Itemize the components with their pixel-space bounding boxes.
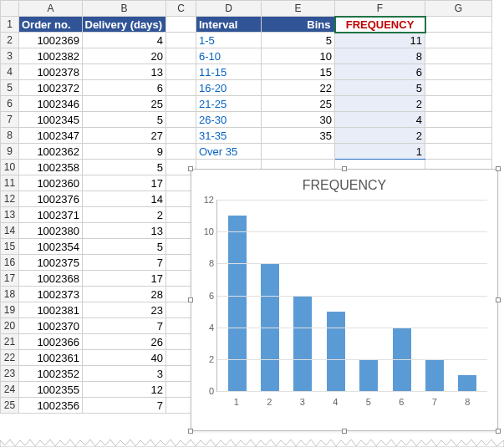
plot-area[interactable]: 024681012 — [216, 200, 487, 392]
cell[interactable]: 20 — [83, 48, 166, 64]
cell[interactable]: Delivery (days) — [83, 17, 166, 33]
row-hdr[interactable]: 17 — [1, 271, 19, 287]
cell[interactable]: 6 — [335, 64, 425, 80]
cell[interactable]: 1002356 — [19, 398, 83, 414]
cell[interactable]: 9 — [83, 144, 166, 160]
cell[interactable]: 1002346 — [19, 96, 83, 112]
cell[interactable] — [425, 128, 492, 144]
select-all-corner[interactable] — [1, 1, 19, 17]
cell[interactable]: 35 — [262, 128, 335, 144]
cell[interactable]: 21-25 — [196, 96, 262, 112]
row-hdr[interactable]: 19 — [1, 302, 19, 318]
cell[interactable]: 1002362 — [19, 144, 83, 160]
row[interactable]: 1Order no.Delivery (days)IntervalBinsFRE… — [1, 17, 492, 33]
cell[interactable]: 1002381 — [19, 302, 83, 318]
cell[interactable]: 31-35 — [196, 128, 262, 144]
cell[interactable]: 25 — [83, 96, 166, 112]
cell[interactable]: 1002376 — [19, 191, 83, 207]
cell[interactable]: 25 — [262, 96, 335, 112]
col-hdr-A[interactable]: A — [19, 1, 83, 17]
cell[interactable] — [425, 33, 492, 48]
cell[interactable]: 8 — [335, 48, 425, 64]
cell[interactable]: 23 — [83, 302, 166, 318]
cell[interactable]: 2 — [335, 128, 425, 144]
cell[interactable]: 7 — [83, 398, 166, 414]
cell[interactable]: 10 — [262, 48, 335, 64]
row-hdr[interactable]: 10 — [1, 160, 19, 175]
cell[interactable]: 1002361 — [19, 350, 83, 366]
cell[interactable] — [166, 80, 196, 96]
row[interactable]: 51002372616-20225 — [1, 80, 492, 96]
cell[interactable]: 5 — [83, 160, 166, 175]
cell[interactable]: 1002360 — [19, 175, 83, 191]
cell[interactable]: 1002355 — [19, 382, 83, 398]
cell[interactable] — [166, 33, 196, 48]
row[interactable]: 810023472731-35352 — [1, 128, 492, 144]
row-hdr[interactable]: 13 — [1, 207, 19, 223]
row[interactable]: 610023462521-25252 — [1, 96, 492, 112]
cell[interactable]: 5 — [83, 112, 166, 128]
cell[interactable] — [166, 64, 196, 80]
row-hdr[interactable]: 6 — [1, 96, 19, 112]
cell[interactable]: 11 — [335, 33, 425, 48]
cell[interactable]: 22 — [262, 80, 335, 96]
cell[interactable]: 26-30 — [196, 112, 262, 128]
col-hdr-G[interactable]: G — [425, 1, 492, 17]
row[interactable]: 2100236941-5511 — [1, 33, 492, 48]
cell[interactable] — [166, 96, 196, 112]
cell[interactable]: 28 — [83, 287, 166, 302]
active-cell[interactable]: FREQUENCY — [335, 17, 425, 33]
chart-object[interactable]: FREQUENCY 024681012 12345678 — [191, 169, 498, 431]
cell[interactable]: 40 — [83, 350, 166, 366]
cell[interactable]: 1002354 — [19, 239, 83, 255]
cell[interactable]: 1-5 — [196, 33, 262, 48]
row[interactable]: 910023629Over 351 — [1, 144, 492, 160]
cell[interactable]: 26 — [83, 334, 166, 350]
bar[interactable] — [327, 312, 345, 391]
row-hdr[interactable]: 23 — [1, 366, 19, 382]
cell[interactable] — [425, 112, 492, 128]
row[interactable]: 410023781311-15156 — [1, 64, 492, 80]
col-hdr-E[interactable]: E — [262, 1, 335, 17]
cell[interactable]: 1002347 — [19, 128, 83, 144]
cell[interactable]: Order no. — [19, 17, 83, 33]
cell[interactable] — [166, 112, 196, 128]
bar[interactable] — [293, 296, 312, 392]
col-hdr-F[interactable]: F — [335, 1, 425, 17]
cell[interactable]: 1002382 — [19, 48, 83, 64]
cell[interactable]: Bins — [262, 17, 335, 33]
row-hdr[interactable]: 9 — [1, 144, 19, 160]
cell[interactable] — [425, 48, 492, 64]
cell[interactable]: 13 — [83, 223, 166, 239]
cell[interactable] — [425, 144, 492, 160]
cell[interactable]: 12 — [83, 382, 166, 398]
cell[interactable]: 1002371 — [19, 207, 83, 223]
cell[interactable] — [425, 96, 492, 112]
row-hdr[interactable]: 16 — [1, 255, 19, 271]
row-hdr[interactable]: 15 — [1, 239, 19, 255]
cell[interactable] — [166, 48, 196, 64]
cell[interactable] — [262, 144, 335, 160]
row[interactable]: 31002382206-10108 — [1, 48, 492, 64]
row-hdr[interactable]: 14 — [1, 223, 19, 239]
cell[interactable]: 1002366 — [19, 334, 83, 350]
bar[interactable] — [425, 359, 444, 391]
cell[interactable]: 1002380 — [19, 223, 83, 239]
row-hdr[interactable]: 20 — [1, 318, 19, 334]
cell[interactable]: 16-20 — [196, 80, 262, 96]
row-hdr[interactable]: 24 — [1, 382, 19, 398]
row-hdr[interactable]: 5 — [1, 80, 19, 96]
row[interactable]: 71002345526-30304 — [1, 112, 492, 128]
row-hdr[interactable]: 12 — [1, 191, 19, 207]
col-hdr-D[interactable]: D — [196, 1, 262, 17]
row-hdr[interactable]: 22 — [1, 350, 19, 366]
row-hdr[interactable]: 25 — [1, 398, 19, 414]
cell[interactable]: 1002352 — [19, 366, 83, 382]
cell[interactable]: 17 — [83, 175, 166, 191]
col-hdr-C[interactable]: C — [166, 1, 196, 17]
cell[interactable]: 30 — [262, 112, 335, 128]
cell[interactable] — [425, 17, 492, 33]
cell[interactable] — [425, 64, 492, 80]
cell[interactable]: 14 — [83, 191, 166, 207]
cell[interactable]: Interval — [196, 17, 262, 33]
